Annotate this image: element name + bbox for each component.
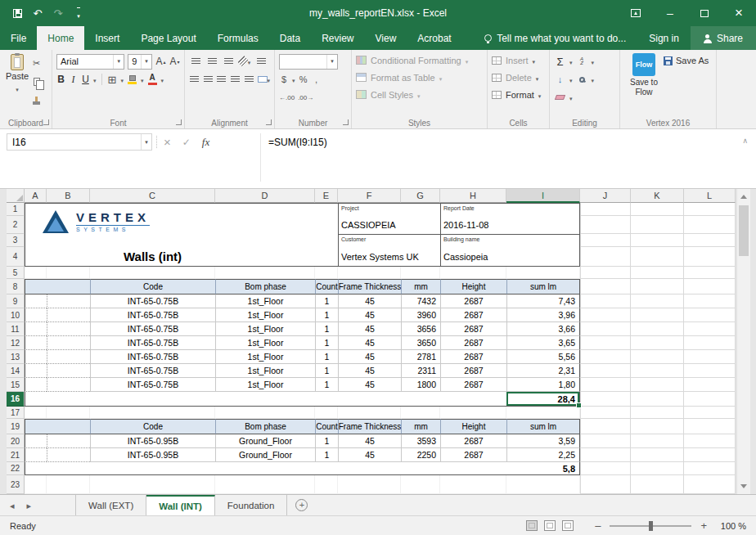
cell-B22[interactable] [47, 462, 90, 475]
cell-D9[interactable]: 1st_Floor [215, 294, 315, 308]
cell-D5[interactable] [215, 267, 315, 279]
row-header-17[interactable]: 17 [7, 407, 25, 419]
cell-C12[interactable]: INT-65-0.75B [90, 336, 215, 350]
cell-L23[interactable] [684, 475, 736, 494]
cell-K11[interactable] [631, 322, 684, 336]
cell-B12[interactable] [47, 336, 90, 350]
cell-K16[interactable] [631, 392, 684, 407]
cell-F19[interactable]: Frame Thickness [338, 419, 401, 434]
row-header-3[interactable]: 3 [7, 234, 25, 247]
fill-icon[interactable] [554, 73, 566, 86]
cell-J19[interactable] [580, 419, 631, 434]
column-header-a[interactable]: A [25, 189, 47, 203]
ribbon-tab-file[interactable]: File [0, 26, 37, 50]
cell-A12[interactable] [25, 336, 47, 350]
cell-C13[interactable]: INT-65-0.75B [90, 350, 215, 364]
cell-B9[interactable] [47, 294, 90, 308]
row-header-2[interactable]: 2 [7, 216, 25, 234]
cell-J17[interactable] [580, 407, 631, 419]
cell-G9[interactable]: 7432 [401, 294, 440, 308]
flow-icon[interactable]: Flow [632, 53, 655, 76]
cell-G13[interactable]: 2781 [401, 350, 440, 364]
cell-A11[interactable] [25, 322, 47, 336]
format-cells-button[interactable]: Format [492, 86, 545, 103]
column-header-f[interactable]: F [338, 189, 401, 203]
cell-G2[interactable] [401, 216, 440, 234]
cell-F8[interactable]: Frame Thickness [338, 279, 401, 294]
cell-K10[interactable] [631, 308, 684, 322]
name-box-dropdown-icon[interactable] [141, 134, 151, 150]
cell-I19[interactable]: sum lm [506, 419, 580, 434]
cell-H4[interactable]: Cassiopeia [440, 247, 506, 267]
sheet-tab-wall-int[interactable]: Wall (INT) [146, 495, 215, 515]
cell-E15[interactable]: 1 [315, 378, 338, 392]
cell-I4[interactable] [506, 247, 580, 267]
cell-I13[interactable]: 5,56 [506, 350, 580, 364]
clear-icon[interactable] [554, 91, 566, 104]
wrap-text-icon[interactable] [254, 55, 268, 68]
cell-J11[interactable] [580, 322, 631, 336]
cell-E23[interactable] [315, 475, 338, 494]
cell-L14[interactable] [684, 364, 736, 378]
cell-K21[interactable] [631, 448, 684, 462]
customize-quick-access-icon[interactable] [70, 3, 88, 23]
cell-C23[interactable] [90, 475, 215, 494]
italic-button[interactable]: I [69, 74, 78, 86]
cell-A23[interactable] [25, 475, 47, 494]
cell-F4[interactable]: Vertex Systems UK [338, 247, 401, 267]
cell-L13[interactable] [684, 350, 736, 364]
redo-icon[interactable] [49, 3, 67, 23]
ribbon-display-options-icon[interactable] [619, 0, 653, 26]
cell-K9[interactable] [631, 294, 684, 308]
cell-K23[interactable] [631, 475, 684, 494]
cell-J9[interactable] [580, 294, 631, 308]
cell-J20[interactable] [580, 434, 631, 448]
column-header-g[interactable]: G [401, 189, 440, 203]
cell-C17[interactable] [90, 407, 215, 419]
column-header-h[interactable]: H [440, 189, 506, 203]
cell-H9[interactable]: 2687 [440, 294, 506, 308]
cell-F10[interactable]: 45 [338, 308, 401, 322]
cell-C5[interactable] [90, 267, 215, 279]
cell-E16[interactable] [315, 392, 338, 407]
cell-D23[interactable] [215, 475, 315, 494]
comma-style-icon[interactable]: , [312, 74, 322, 84]
cell-D17[interactable] [215, 407, 315, 419]
cell-B3[interactable] [47, 234, 90, 247]
tell-me-box[interactable]: Tell me what you want to do... [473, 26, 637, 50]
cell-A21[interactable] [25, 448, 47, 462]
column-header-k[interactable]: K [631, 189, 684, 203]
cell-A22[interactable] [25, 462, 47, 475]
cell-F17[interactable] [338, 407, 401, 419]
ribbon-tab-data[interactable]: Data [269, 26, 311, 50]
cell-G11[interactable]: 3656 [401, 322, 440, 336]
cell-C19[interactable]: Code [90, 419, 215, 434]
cell-I20[interactable]: 3,59 [506, 434, 580, 448]
cell-F13[interactable]: 45 [338, 350, 401, 364]
cell-F5[interactable] [338, 267, 401, 279]
cell-F23[interactable] [338, 475, 401, 494]
cell-D2[interactable] [215, 216, 315, 234]
cell-B17[interactable] [47, 407, 90, 419]
cell-G23[interactable] [401, 475, 440, 494]
delete-cells-button[interactable]: Delete [492, 69, 545, 86]
cell-F14[interactable]: 45 [338, 364, 401, 378]
row-header-11[interactable]: 11 [7, 322, 25, 336]
cell-F22[interactable] [338, 462, 401, 475]
cell-L16[interactable] [684, 392, 736, 407]
cell-I11[interactable]: 3,66 [506, 322, 580, 336]
cell-A13[interactable] [25, 350, 47, 364]
cell-G21[interactable]: 2250 [401, 448, 440, 462]
cell-B13[interactable] [47, 350, 90, 364]
cell-L20[interactable] [684, 434, 736, 448]
cell-E2[interactable] [315, 216, 338, 234]
scroll-up-icon[interactable] [737, 190, 750, 204]
cell-H11[interactable]: 2687 [440, 322, 506, 336]
cell-J15[interactable] [580, 378, 631, 392]
cell-G16[interactable] [401, 392, 440, 407]
save-as-button[interactable]: Save As [664, 56, 709, 115]
format-as-table-button[interactable]: Format as Table [356, 69, 483, 86]
close-icon[interactable] [722, 0, 756, 26]
cell-B21[interactable] [47, 448, 90, 462]
vertical-scrollbar[interactable] [736, 189, 750, 494]
